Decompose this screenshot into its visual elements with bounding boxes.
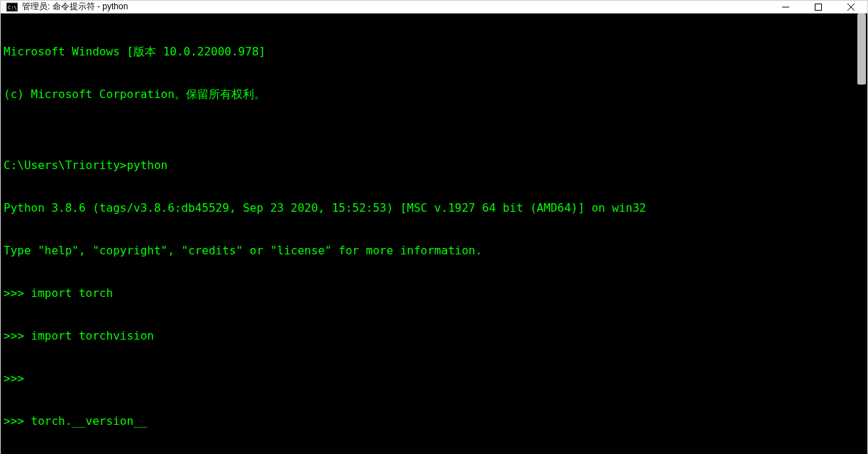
terminal-line: C:\Users\Triority>python bbox=[4, 158, 856, 173]
close-button[interactable] bbox=[835, 1, 867, 13]
maximize-button[interactable] bbox=[802, 1, 835, 13]
terminal-line: >>> torch.__version__ bbox=[4, 414, 856, 428]
terminal-line: (c) Microsoft Corporation。保留所有权利。 bbox=[4, 87, 856, 102]
terminal-line: >>> import torchvision bbox=[4, 329, 856, 343]
titlebar[interactable]: C:\ 管理员: 命令提示符 - python bbox=[1, 1, 867, 13]
cmd-window: C:\ 管理员: 命令提示符 - python Microsoft Window… bbox=[0, 0, 868, 454]
cmd-icon: C:\ bbox=[6, 1, 18, 13]
scrollbar-thumb[interactable] bbox=[857, 13, 866, 85]
terminal-line: Type "help", "copyright", "credits" or "… bbox=[4, 244, 856, 258]
terminal-line: >>> import torch bbox=[4, 286, 856, 301]
svg-text:C:\: C:\ bbox=[8, 5, 17, 11]
window-controls bbox=[769, 1, 867, 13]
terminal-line: Python 3.8.6 (tags/v3.8.6:db45529, Sep 2… bbox=[4, 201, 856, 215]
terminal-line: >>> bbox=[4, 372, 856, 386]
titlebar-left: C:\ 管理员: 命令提示符 - python bbox=[6, 1, 128, 13]
window-title: 管理员: 命令提示符 - python bbox=[22, 1, 128, 13]
terminal-area: Microsoft Windows [版本 10.0.22000.978] (c… bbox=[1, 13, 867, 454]
svg-rect-3 bbox=[815, 4, 822, 10]
scrollbar[interactable] bbox=[856, 13, 867, 454]
terminal-content[interactable]: Microsoft Windows [版本 10.0.22000.978] (c… bbox=[1, 13, 856, 454]
terminal-line: Microsoft Windows [版本 10.0.22000.978] bbox=[4, 45, 856, 59]
minimize-button[interactable] bbox=[769, 1, 802, 13]
